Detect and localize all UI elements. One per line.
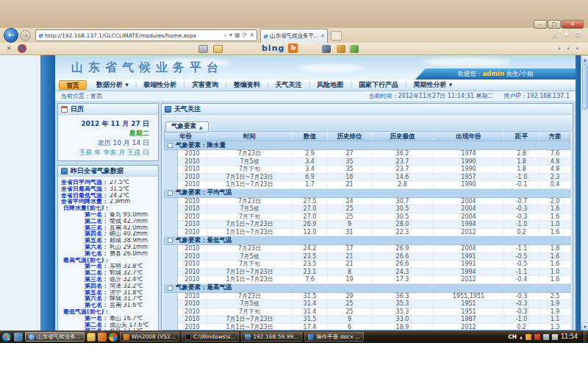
- nav-item-weather-focus[interactable]: 天气关注: [268, 80, 308, 90]
- scroll-up-icon[interactable]: [581, 55, 588, 63]
- mail-icon[interactable]: [213, 45, 223, 53]
- element-filter-button[interactable]: 气象要素 ▲: [165, 121, 209, 132]
- search-icon[interactable]: [224, 30, 227, 40]
- close-bar-icon[interactable]: [7, 45, 12, 52]
- stat-value: 24.2℃: [108, 193, 129, 199]
- table-cell: 25: [328, 300, 372, 308]
- taskbar-task[interactable]: Win2008 (VS2...: [120, 332, 179, 342]
- table-cell: 14.6: [372, 174, 434, 181]
- addon-icon-2[interactable]: [337, 45, 345, 53]
- group-label: 气象要素：降水量: [176, 141, 226, 150]
- stat-value: 菏泽 32.2℃: [108, 283, 143, 290]
- nav-item-extreme-analysis[interactable]: 极端性分析: [137, 80, 183, 90]
- group-checkbox[interactable]: [168, 286, 173, 291]
- maximize-button[interactable]: [548, 20, 561, 29]
- weather-section-title: 最高气温(前七)：: [60, 258, 157, 264]
- group-checkbox[interactable]: [168, 238, 173, 243]
- new-tab-button[interactable]: [331, 31, 342, 40]
- group-checkbox[interactable]: [168, 143, 173, 148]
- table-cell: 26.6: [372, 261, 434, 268]
- scroll-down-icon[interactable]: [581, 322, 588, 330]
- table-cell: 2012: [434, 276, 504, 283]
- table-cell: 25: [328, 213, 372, 221]
- favorites-icon[interactable]: [563, 30, 570, 38]
- table-cell: 1991: [434, 261, 504, 268]
- browser-tab[interactable]: 山东省气候业务平...: [260, 29, 328, 43]
- table-cell: 35.3: [372, 308, 434, 316]
- table-cell: 2012: [434, 229, 504, 236]
- weather-stat-row: 第七名：莒南 31.6℃: [60, 302, 157, 309]
- table-cell: 1.7: [293, 181, 328, 188]
- close-button[interactable]: [562, 20, 584, 29]
- column-header: 出现年份: [434, 132, 504, 141]
- bing-logo[interactable]: bing: [262, 43, 284, 53]
- chevron-up-icon: ▲: [199, 124, 203, 130]
- action-center-flag-icon[interactable]: [534, 334, 540, 340]
- tab-close-icon[interactable]: [320, 33, 325, 39]
- nav-item-periodic-analysis[interactable]: 周期性分析 ▾: [407, 80, 459, 90]
- volume-icon[interactable]: [552, 334, 558, 340]
- taskbar-task[interactable]: C:\Windows\s...: [182, 332, 239, 342]
- scrollbar-thumb[interactable]: [582, 64, 588, 110]
- table-cell: 1987: [434, 316, 504, 323]
- url-text[interactable]: http://192.168.137.1/GLCCLIMATE/modules/…: [45, 32, 221, 39]
- pinned-orange-app-icon[interactable]: [98, 333, 107, 342]
- taskbar-task[interactable]: 操作手册.docx ...: [304, 332, 364, 342]
- home-icon[interactable]: [553, 30, 557, 38]
- refresh-icon[interactable]: [243, 30, 248, 40]
- media-player-icon[interactable]: [109, 333, 118, 342]
- table-cell: 24.3: [372, 269, 434, 276]
- taskbar-clock[interactable]: 11:54: [561, 333, 578, 340]
- nav-item-national-products[interactable]: 国家下行产品: [352, 80, 405, 90]
- table-cell: 3.4: [293, 158, 328, 166]
- address-bar[interactable]: http://192.168.137.1/GLCCLIMATE/modules/…: [35, 29, 257, 41]
- start-button[interactable]: [1, 332, 12, 342]
- tray-app-icon[interactable]: [526, 334, 531, 340]
- table-cell: 21: [328, 181, 372, 188]
- nav-item-data-analysis[interactable]: 数据分析 ▾: [90, 80, 135, 90]
- taskbar-task[interactable]: 192.168.59.99...: [241, 332, 302, 342]
- cloud-decoration: [298, 64, 364, 72]
- column-header: 年份: [165, 132, 207, 141]
- minimize-button[interactable]: [534, 20, 547, 29]
- stat-label: 第六名：: [60, 244, 108, 251]
- compat-view-icon[interactable]: [234, 30, 240, 40]
- ime-language-indicator[interactable]: CH: [508, 333, 517, 340]
- page-scrollbar[interactable]: [581, 55, 588, 330]
- nav-item-risk-map[interactable]: 风险地图: [310, 80, 350, 90]
- weather-section-title: 最低气温(前七)：: [60, 309, 157, 316]
- stop-icon[interactable]: [249, 30, 254, 40]
- forward-button[interactable]: [20, 30, 31, 41]
- nav-item-home[interactable]: 首页: [59, 80, 87, 90]
- stat-label: 第一名：: [60, 263, 108, 270]
- addon-icon-3[interactable]: [350, 45, 359, 53]
- nav-item-compiled-data[interactable]: 整编资料: [227, 80, 267, 90]
- group-row[interactable]: 气象要素：降水量: [164, 141, 570, 150]
- show-desktop-button[interactable]: [582, 330, 587, 343]
- calendar-body: 2012 年 11 月 27 日星期二农历 10 月 14 日壬辰 年 辛亥 月…: [58, 115, 158, 160]
- table-cell: 1994: [434, 221, 504, 228]
- stat-value: 莒南 42.0mm: [108, 225, 148, 232]
- nav-item-disaster-query[interactable]: 灾害查询: [185, 80, 225, 90]
- more-menu-icon[interactable]: [557, 45, 581, 52]
- group-row[interactable]: 气象要素：最低气温: [164, 236, 570, 245]
- group-row[interactable]: 气象要素：平均气温: [164, 189, 570, 198]
- printer-icon[interactable]: [198, 45, 208, 53]
- addon-icon-1[interactable]: [322, 45, 331, 53]
- back-button[interactable]: [4, 28, 18, 43]
- pinned-app-icon[interactable]: [14, 333, 23, 342]
- group-row[interactable]: 气象要素：最高气温: [164, 284, 570, 293]
- tray-expand-icon[interactable]: [520, 335, 523, 339]
- bing-app-icon[interactable]: [288, 43, 298, 53]
- stat-value: 东明 32.8℃: [108, 263, 143, 270]
- explorer-icon[interactable]: [87, 333, 96, 342]
- task-label: Win2008 (VS2...: [132, 333, 176, 340]
- group-checkbox[interactable]: [168, 191, 173, 196]
- dropdown-icon[interactable]: [229, 30, 232, 40]
- taskbar-task[interactable]: 山东省气候业务...: [25, 332, 85, 342]
- stat-label: 第五名：: [60, 238, 108, 244]
- network-icon[interactable]: [543, 334, 549, 340]
- settings-icon[interactable]: [576, 30, 582, 38]
- adblock-icon[interactable]: [18, 44, 26, 53]
- stat-value: 崂山 40.2mm: [108, 231, 148, 238]
